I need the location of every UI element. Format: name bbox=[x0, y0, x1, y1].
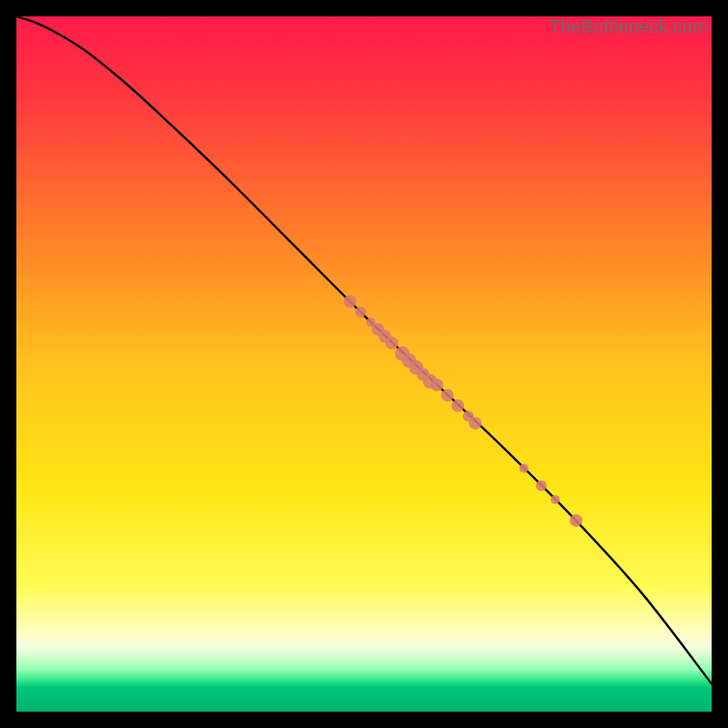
scatter-point bbox=[536, 480, 547, 491]
plot-area: TheBottleneck.com bbox=[16, 16, 712, 712]
scatter-point bbox=[551, 495, 560, 504]
scatter-point bbox=[430, 379, 443, 391]
scatter-point bbox=[469, 417, 481, 430]
scatter-point bbox=[520, 464, 529, 473]
scatter-point bbox=[344, 295, 357, 308]
scatter-point bbox=[441, 389, 454, 401]
scatter-points bbox=[344, 295, 582, 527]
scatter-point bbox=[451, 399, 464, 412]
chart-frame: TheBottleneck.com bbox=[16, 16, 712, 712]
scatter-point bbox=[355, 307, 366, 318]
chart-svg bbox=[16, 16, 712, 712]
scatter-point bbox=[570, 514, 582, 527]
curve-line bbox=[16, 16, 712, 683]
watermark-text: TheBottleneck.com bbox=[549, 16, 708, 37]
scatter-point bbox=[386, 337, 399, 349]
